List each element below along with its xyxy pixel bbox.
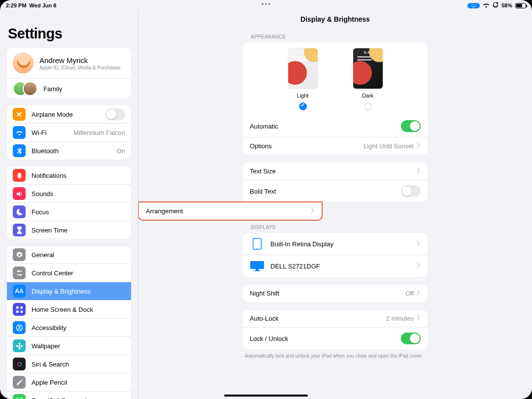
light-radio[interactable]	[299, 102, 307, 110]
chevron-right-icon	[417, 290, 421, 297]
svg-rect-21	[256, 269, 259, 270]
bold-toggle[interactable]	[401, 185, 421, 197]
monitor-icon	[250, 260, 265, 272]
pencil-icon	[13, 376, 26, 389]
sidebar-item-homescreen[interactable]: Home Screen & Dock	[7, 300, 131, 318]
settings-title: Settings	[8, 26, 131, 42]
lock-panel: Auto-Lock 2 minutes Lock / Unlock	[243, 310, 428, 349]
dark-radio[interactable]	[364, 102, 372, 110]
lock-unlock-toggle[interactable]	[401, 332, 421, 344]
svg-point-15	[20, 345, 23, 346]
sliders-icon	[13, 266, 26, 279]
airplane-toggle[interactable]	[105, 108, 125, 120]
svg-rect-5	[16, 306, 18, 308]
bell-icon	[13, 169, 26, 182]
svg-rect-22	[254, 270, 261, 271]
chevron-right-icon	[417, 315, 421, 322]
screen-mirroring-pill[interactable]	[467, 3, 480, 8]
sidebar-item-focus[interactable]: Focus	[7, 202, 131, 221]
family-row[interactable]: Family	[7, 78, 131, 99]
automatic-toggle[interactable]	[401, 120, 421, 132]
svg-rect-20	[250, 261, 264, 269]
sidebar-item-faceid[interactable]: Face ID & Passcode	[7, 391, 131, 399]
svg-point-13	[18, 347, 20, 349]
appearance-light-option[interactable]: 9:41 Light	[288, 48, 318, 110]
sidebar-item-screentime[interactable]: Screen Time	[7, 221, 131, 239]
appearance-panel: 9:41 Light 9:41 Dark	[243, 42, 428, 155]
svg-point-14	[16, 345, 18, 346]
device-frame: 2:29 PM Wed Jun 8 58% Settings And	[0, 0, 532, 399]
automatic-row[interactable]: Automatic	[243, 115, 428, 137]
lock-footer-note: Automatically lock and unlock your iPad …	[243, 353, 428, 359]
apple-id-row[interactable]: Andrew Myrick Apple ID, iCloud, Media & …	[7, 48, 131, 78]
status-right: 58%	[467, 2, 526, 9]
status-left: 2:29 PM Wed Jun 8	[6, 2, 56, 8]
svg-point-19	[257, 248, 258, 249]
svg-point-11	[18, 345, 20, 347]
battery-percent: 58%	[501, 2, 512, 8]
sidebar-item-siri[interactable]: Siri & Search	[7, 355, 131, 373]
svg-point-4	[19, 274, 21, 276]
sidebar-item-accessibility[interactable]: Accessibility	[7, 318, 131, 336]
chevron-right-icon	[417, 263, 421, 270]
status-bar: 2:29 PM Wed Jun 8 58%	[0, 0, 532, 11]
svg-rect-8	[20, 310, 23, 313]
sidebar-item-wallpaper[interactable]: Wallpaper	[7, 336, 131, 355]
gear-icon	[13, 248, 26, 261]
multitask-dots-icon[interactable]	[262, 3, 270, 5]
sidebar-item-pencil[interactable]: Apple Pencil	[7, 373, 131, 391]
orientation-lock-icon	[493, 2, 499, 9]
sidebar-item-airplane[interactable]: Airplane Mode	[7, 105, 131, 123]
displays-panel: Built-In Retina DisplayDELL S2721DGF	[243, 233, 428, 277]
arrangement-row[interactable]: Arrangement	[139, 202, 322, 220]
airplane-icon	[13, 108, 26, 121]
svg-rect-6	[20, 306, 23, 308]
chevron-right-icon	[311, 207, 315, 215]
faceid-icon	[13, 394, 26, 399]
bold-text-row[interactable]: Bold Text	[243, 180, 428, 202]
svg-rect-0	[471, 4, 475, 6]
settings-sidebar: Settings Andrew Myrick Apple ID, iCloud,…	[0, 11, 138, 399]
options-row[interactable]: Options Light Until Sunset	[243, 137, 428, 155]
appearance-dark-option[interactable]: 9:41 Dark	[353, 48, 383, 110]
dark-preview: 9:41	[353, 48, 383, 89]
profile-name: Andrew Myrick	[39, 56, 121, 65]
display-row[interactable]: DELL S2721DGF	[243, 255, 428, 277]
night-shift-row[interactable]: Night Shift Off	[243, 285, 428, 302]
family-label: Family	[43, 85, 125, 93]
sidebar-item-wifi[interactable]: Wi-FiMillennium Falcon	[7, 123, 131, 141]
profile-card: Andrew Myrick Apple ID, iCloud, Media & …	[7, 48, 131, 99]
sidebar-item-display[interactable]: AADisplay & Brightness	[7, 282, 131, 300]
lock-unlock-row[interactable]: Lock / Unlock	[243, 327, 428, 349]
aa-icon: AA	[13, 285, 26, 298]
text-size-row[interactable]: Text Size	[243, 163, 428, 180]
svg-point-12	[18, 342, 20, 345]
sidebar-item-bluetooth[interactable]: BluetoothOn	[7, 141, 131, 160]
sidebar-item-sounds[interactable]: Sounds	[7, 184, 131, 202]
person-icon	[13, 321, 26, 334]
svg-point-10	[18, 326, 20, 328]
page-title: Display & Brightness	[138, 15, 532, 23]
avatar	[13, 53, 33, 73]
svg-rect-7	[16, 310, 18, 313]
status-time: 2:29 PM	[6, 2, 27, 8]
sidebar-item-general[interactable]: General	[7, 246, 131, 264]
detail-pane: Display & Brightness Appearance 9:41 Lig…	[138, 11, 532, 399]
sidebar-item-controlcenter[interactable]: Control Center	[7, 264, 131, 282]
speaker-icon	[13, 187, 26, 200]
hourglass-icon	[13, 224, 26, 236]
grid-icon	[13, 303, 26, 316]
bluetooth-icon	[13, 144, 26, 157]
auto-lock-row[interactable]: Auto-Lock 2 minutes	[243, 310, 428, 327]
battery-icon	[515, 3, 526, 8]
svg-point-2	[17, 270, 19, 272]
home-indicator[interactable]	[224, 395, 308, 397]
family-avatar-2	[23, 81, 37, 96]
appearance-header: Appearance	[243, 30, 428, 42]
chevron-right-icon	[417, 167, 421, 175]
display-row[interactable]: Built-In Retina Display	[243, 233, 428, 255]
moon-icon	[13, 205, 26, 218]
profile-sub: Apple ID, iCloud, Media & Purchases	[39, 65, 121, 70]
sidebar-item-notifications[interactable]: Notifications	[7, 166, 131, 184]
wifi-icon	[483, 2, 490, 9]
